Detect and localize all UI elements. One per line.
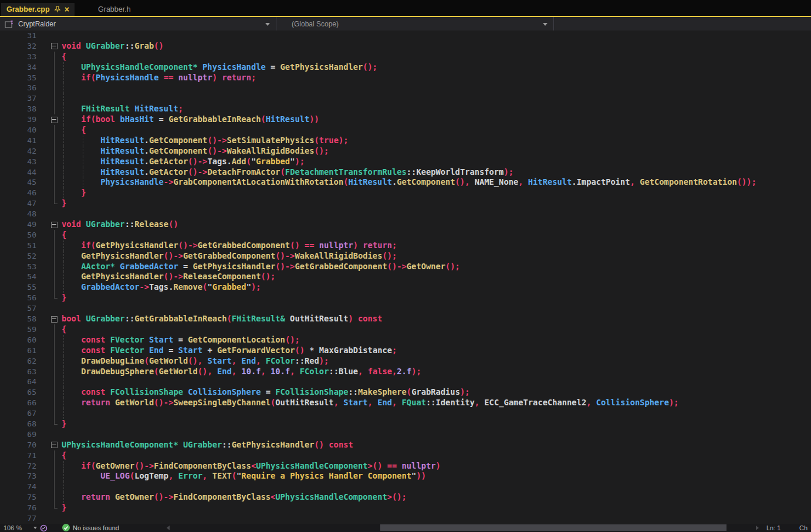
code-text: HitResult.GetActor()->Tags.Add("Grabbed"… (62, 157, 305, 167)
outline-end (54, 503, 55, 508)
outline-line (54, 262, 55, 272)
project-dropdown[interactable]: CryptRaider (0, 17, 276, 31)
outlining-margin (51, 293, 59, 303)
outlining-margin (51, 408, 59, 419)
scope-dropdown[interactable]: (Global Scope) (276, 17, 554, 31)
outlining-margin (51, 398, 59, 408)
code-text: return GetWorld()->SweepSingleByChannel(… (62, 398, 679, 408)
tab-grabber-cpp[interactable]: Grabber.cpp × (1, 3, 75, 16)
indent-guide (63, 408, 64, 419)
outlining-margin (51, 93, 59, 104)
outlining-margin (51, 345, 59, 356)
line-number: 66 (0, 398, 36, 408)
line-number: 31 (0, 31, 36, 41)
line-number: 41 (0, 135, 36, 146)
line-number: 71 (0, 450, 36, 461)
outlining-margin (51, 104, 59, 114)
code-line: 41 HitResult.GetComponent()->SetSimulate… (0, 135, 811, 146)
line-number: 36 (0, 83, 36, 93)
code-line: 48 (0, 209, 811, 219)
code-line: 32void UGrabber::Grab() (0, 41, 811, 52)
code-text: if(GetPhysicsHandler()->GetGrabbedCompon… (62, 240, 397, 251)
chevron-down-icon (265, 23, 270, 26)
scroll-right-arrow[interactable] (756, 526, 759, 530)
outlining-margin (51, 335, 59, 345)
line-number: 32 (0, 41, 36, 52)
pin-icon[interactable] (54, 6, 60, 13)
line-number: 60 (0, 335, 36, 345)
code-line: 70UPhysicsHandleComponent* UGrabber::Get… (0, 440, 811, 450)
project-name: CryptRaider (18, 20, 56, 28)
outlining-margin (51, 177, 59, 188)
fold-collapse-icon[interactable] (51, 222, 58, 228)
zoom-chevron-down-icon[interactable] (33, 527, 37, 529)
outline-line (54, 62, 55, 73)
outline-line (54, 450, 55, 461)
line-number: 38 (0, 104, 36, 114)
outlining-margin (51, 219, 59, 230)
close-icon[interactable]: × (65, 5, 69, 13)
outline-line (54, 492, 55, 503)
code-line: 72 if(GetOwner()->FindComponentByClass<U… (0, 461, 811, 472)
outlining-margin (51, 157, 59, 167)
code-line: 59{ (0, 324, 811, 335)
outline-line (54, 377, 55, 387)
code-text: DrawDebugLine(GetWorld(), Start, End, FC… (62, 356, 329, 367)
indent-guide (63, 482, 64, 492)
line-number: 69 (0, 429, 36, 440)
code-text: } (62, 198, 66, 209)
issues-status-text: No issues found (73, 524, 119, 531)
line-number: 56 (0, 293, 36, 303)
fold-collapse-icon[interactable] (51, 316, 58, 323)
code-text: void UGrabber::Grab() (62, 41, 164, 52)
code-line: 52 GetPhysicsHandler()->GetGrabbedCompon… (0, 251, 811, 262)
code-text: UPhysicsHandleComponent* PhysicsHandle =… (62, 62, 377, 73)
outline-line (54, 125, 55, 135)
line-number: 45 (0, 177, 36, 188)
code-editor[interactable]: 3132void UGrabber::Grab()33{34 UPhysicsH… (0, 31, 811, 524)
outline-line (54, 240, 55, 251)
outlining-margin (51, 377, 59, 387)
line-number: 46 (0, 188, 36, 198)
outline-line (54, 324, 55, 335)
outlining-margin (51, 209, 59, 219)
code-text: HitResult.GetActor()->DetachFromActor(FD… (62, 167, 513, 178)
line-number: 37 (0, 93, 36, 104)
code-text: GrabbedActor->Tags.Remove("Grabbed"); (62, 282, 261, 293)
outline-end (54, 419, 55, 424)
indent-guide (63, 377, 64, 387)
line-number: 76 (0, 503, 36, 513)
tab-grabber-h[interactable]: Grabber.h (93, 3, 136, 16)
no-issues-check-icon[interactable] (62, 524, 70, 531)
outline-line (54, 272, 55, 282)
code-text: PhysicsHandle->GrabComponentAtLocationWi… (62, 177, 756, 188)
code-line: 77 (0, 513, 811, 524)
line-number: 65 (0, 387, 36, 398)
line-number: 57 (0, 303, 36, 314)
fold-collapse-icon[interactable] (51, 43, 58, 49)
outline-line (54, 367, 55, 377)
zoom-level[interactable]: 106 % (4, 524, 22, 531)
code-text: { (62, 125, 86, 135)
code-line: 74 (0, 482, 811, 492)
code-text: { (62, 230, 66, 240)
fold-collapse-icon[interactable] (51, 442, 58, 448)
horizontal-scrollbar-thumb[interactable] (380, 524, 726, 531)
line-number: 53 (0, 262, 36, 272)
outlining-margin (51, 324, 59, 335)
scroll-left-arrow[interactable] (167, 526, 170, 530)
outlining-margin (51, 52, 59, 62)
line-number: 49 (0, 219, 36, 230)
outline-line (54, 52, 55, 62)
member-dropdown[interactable] (554, 17, 811, 31)
code-text: } (62, 188, 86, 198)
outlining-margin (51, 303, 59, 314)
fold-collapse-icon[interactable] (51, 117, 58, 123)
outline-line (54, 471, 55, 482)
document-health-icon[interactable] (40, 524, 48, 531)
line-number: 59 (0, 324, 36, 335)
chevron-down-icon (543, 23, 548, 26)
outlining-margin (51, 167, 59, 178)
code-text: { (62, 324, 66, 335)
outlining-margin (51, 198, 59, 209)
